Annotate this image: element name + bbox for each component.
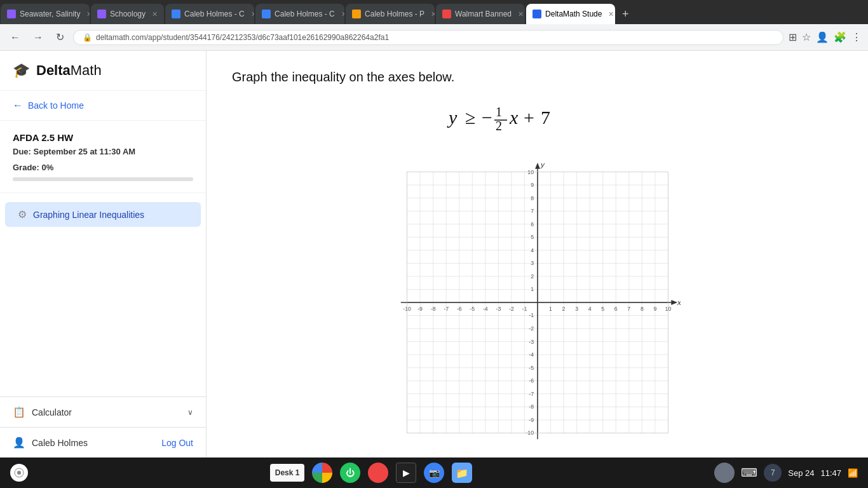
translate-icon[interactable]: ⊞	[789, 31, 797, 43]
back-arrow-icon: ←	[13, 100, 23, 111]
desk-button[interactable]: Desk 1	[270, 464, 305, 482]
tab-icon-deltamath	[532, 10, 541, 18]
calculator-row[interactable]: 📋 Calculator ∨	[0, 397, 206, 427]
svg-text:3: 3	[531, 260, 534, 266]
notification-count[interactable]: 7	[764, 464, 782, 482]
svg-text:7: 7	[541, 107, 550, 128]
tab-icon-caleb2	[262, 10, 271, 18]
grade-value: 0%	[42, 163, 54, 172]
svg-text:-8: -8	[529, 403, 534, 410]
tab-walmart[interactable]: Walmart Banned ✕	[436, 4, 525, 24]
files-icon[interactable]: 📁	[452, 463, 472, 483]
address-text: deltamath.com/app/student/3544176/242123…	[96, 33, 389, 42]
svg-text:x: x	[509, 107, 519, 128]
x-axis-label: x	[677, 298, 681, 306]
svg-text:7: 7	[627, 306, 630, 312]
tab-label-seawater: Seawater, Salinity	[20, 10, 80, 18]
tab-label-walmart: Walmart Banned	[455, 10, 512, 18]
svg-point-92	[17, 471, 21, 475]
calculator-icon: 📋	[13, 406, 25, 418]
new-tab-button[interactable]: +	[616, 8, 635, 21]
chromeos-launcher[interactable]	[10, 464, 28, 482]
graph-wrapper[interactable]: y x -10 -9 -8 -7 -6 -5 -4 -3 -2 -1	[395, 159, 681, 445]
bookmark-icon[interactable]: ☆	[802, 31, 811, 43]
taskbar-left	[10, 464, 28, 482]
address-bar[interactable]: 🔒 deltamath.com/app/student/3544176/2421…	[73, 30, 783, 45]
user-avatar[interactable]	[714, 463, 735, 483]
due-label: Due:	[13, 147, 31, 156]
svg-text:-3: -3	[496, 306, 501, 312]
svg-text:2: 2	[531, 273, 534, 280]
svg-text:-6: -6	[456, 306, 461, 312]
svg-text:-9: -9	[529, 417, 534, 423]
tab-close-caleb1[interactable]: ✕	[251, 10, 254, 18]
taskbar: Desk 1 ⏻ ▶ 📷 📁 ⌨ 7 Sep 24 11:47 📶	[0, 458, 868, 488]
tab-caleb2[interactable]: Caleb Holmes - C ✕	[255, 4, 344, 24]
desk-label: Desk 1	[275, 468, 300, 477]
back-button[interactable]: ←	[6, 29, 24, 46]
svg-text:3: 3	[575, 306, 578, 312]
svg-text:-3: -3	[529, 339, 534, 345]
tab-icon-schoology	[97, 10, 106, 18]
user-row: 👤 Caleb Holmes Log Out	[0, 427, 206, 458]
tab-close-deltamath[interactable]: ✕	[608, 10, 614, 18]
equation-display: y ≥ − 1 2 x + 7	[232, 97, 843, 140]
topic-item-graphing[interactable]: ⚙ Graphing Linear Inequalities	[5, 202, 201, 227]
assignment-section: AFDA 2.5 HW Due: September 25 at 11:30 A…	[0, 121, 206, 193]
svg-text:4: 4	[531, 247, 534, 254]
svg-text:1: 1	[531, 286, 534, 292]
wifi-icon: 📶	[848, 468, 858, 478]
reload-button[interactable]: ↻	[52, 29, 68, 46]
svg-text:6: 6	[531, 221, 534, 227]
tab-label-caleb1: Caleb Holmes - C	[184, 10, 245, 18]
assignment-grade: Grade: 0%	[13, 163, 193, 172]
graph-container: y x -10 -9 -8 -7 -6 -5 -4 -3 -2 -1	[232, 159, 843, 445]
svg-text:-7: -7	[444, 306, 449, 312]
logout-button[interactable]: Log Out	[161, 438, 193, 448]
lock-icon: 🔒	[83, 33, 92, 42]
camera-icon[interactable]: 📷	[424, 463, 444, 483]
problem-instruction: Graph the inequality on the axes below.	[232, 70, 843, 85]
svg-text:y: y	[447, 107, 458, 128]
tab-close-caleb3[interactable]: ✕	[431, 10, 435, 18]
power-icon[interactable]: ⏻	[340, 463, 360, 483]
video-icon[interactable]: ▶	[396, 463, 416, 483]
svg-text:-8: -8	[430, 306, 435, 312]
nav-bar: ← → ↻ 🔒 deltamath.com/app/student/354417…	[0, 24, 868, 51]
svg-text:7: 7	[531, 208, 534, 214]
tab-close-schoology[interactable]: ✕	[152, 10, 158, 18]
tab-close-caleb2[interactable]: ✕	[341, 10, 344, 18]
tab-close-walmart[interactable]: ✕	[518, 10, 524, 18]
tab-caleb3[interactable]: Caleb Holmes - P ✕	[346, 4, 435, 24]
tab-icon-seawater	[7, 10, 16, 18]
tab-schoology[interactable]: Schoology ✕	[91, 4, 164, 24]
svg-text:9: 9	[531, 182, 534, 188]
classroom-icon[interactable]	[368, 463, 388, 483]
logo-text: DeltaMath	[36, 62, 102, 79]
forward-button[interactable]: →	[29, 29, 47, 46]
tab-close-seawater[interactable]: ✕	[86, 10, 90, 18]
svg-text:-4: -4	[529, 351, 534, 358]
tab-seawater[interactable]: Seawater, Salinity ✕	[1, 4, 90, 24]
svg-text:-7: -7	[529, 391, 534, 397]
keyboard-icon: ⌨	[741, 466, 757, 480]
extension-icon[interactable]: 🧩	[834, 31, 846, 43]
tab-label-schoology: Schoology	[110, 10, 146, 18]
svg-text:−: −	[482, 107, 492, 128]
settings-icon[interactable]: ⋮	[851, 31, 862, 43]
sidebar-logo: 🎓 DeltaMath	[0, 51, 206, 91]
back-to-home-link[interactable]: ← Back to Home	[0, 91, 206, 121]
tab-caleb1[interactable]: Caleb Holmes - C ✕	[165, 4, 254, 24]
svg-text:1: 1	[549, 306, 552, 312]
assignment-title: AFDA 2.5 HW	[13, 132, 193, 143]
tab-label-caleb3: Caleb Holmes - P	[365, 10, 424, 18]
calculator-label: Calculator	[32, 407, 72, 417]
browser-chrome: Seawater, Salinity ✕ Schoology ✕ Caleb H…	[0, 0, 868, 51]
profile-icon[interactable]: 👤	[816, 31, 829, 43]
svg-text:1: 1	[496, 105, 502, 119]
graph-svg[interactable]: y x -10 -9 -8 -7 -6 -5 -4 -3 -2 -1	[395, 159, 681, 445]
user-left: 👤 Caleb Holmes	[13, 437, 88, 449]
chrome-icon[interactable]	[312, 463, 332, 483]
tab-deltamath[interactable]: DeltaMath Stude ✕	[526, 4, 615, 24]
logo-icon: 🎓	[13, 62, 30, 79]
